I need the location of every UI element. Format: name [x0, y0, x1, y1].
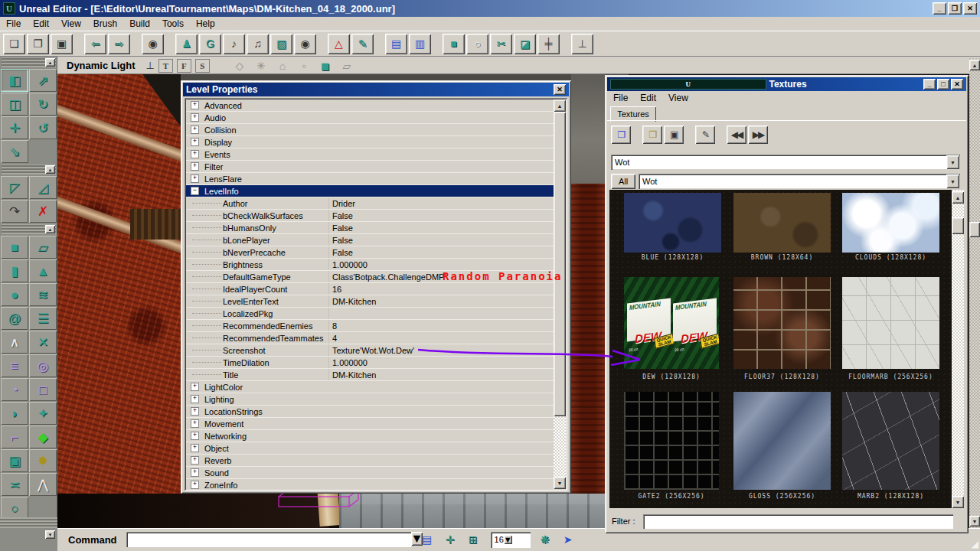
scroll-down-icon[interactable]: ▼	[969, 516, 980, 527]
menu-item[interactable]: Help	[190, 18, 221, 30]
next-group-button[interactable]: ▶▶	[748, 126, 768, 144]
property-row[interactable]: LocalizedPkg	[186, 308, 554, 320]
build-curved-stairs-button[interactable]: ≋	[29, 283, 57, 306]
property-value[interactable]: Drider	[328, 197, 554, 209]
build-sheet-button[interactable]: ▱	[29, 236, 57, 259]
actor-properties-button[interactable]: ▤	[385, 34, 407, 54]
menu-item[interactable]: Brush	[87, 18, 123, 30]
grid-size-dropdown[interactable]: 16 ▼	[491, 532, 531, 548]
textures-titlebar[interactable]: U Textures _ □ ✕	[607, 77, 966, 91]
menu-item[interactable]: Build	[123, 18, 156, 30]
expand-plus-icon[interactable]: +	[191, 481, 199, 489]
tree-category-row[interactable]: + LensFlare	[186, 173, 554, 185]
expand-plus-icon[interactable]: +	[191, 383, 199, 391]
property-row[interactable]: Brightness 1.000000	[186, 259, 554, 271]
mesh-browser-button[interactable]: ◉	[294, 34, 316, 54]
toggle-radii-button[interactable]: ✳	[253, 58, 270, 73]
expand-plus-icon[interactable]: +	[191, 138, 199, 146]
build-cylinder-button[interactable]: ▮	[1, 259, 28, 282]
build-stacked-discs-button[interactable]: ≍	[1, 473, 28, 496]
close-icon[interactable]: ✕	[554, 84, 566, 95]
build-terrain-button[interactable]: ∧	[1, 331, 28, 354]
tree-category-row[interactable]: + Object	[186, 442, 554, 455]
expand-plus-icon[interactable]: +	[191, 444, 199, 452]
property-row[interactable]: Author Drider	[186, 197, 554, 210]
scroll-thumb[interactable]	[952, 217, 964, 234]
expand-plus-icon[interactable]: +	[191, 174, 199, 183]
property-value[interactable]	[328, 308, 554, 319]
expand-plus-icon[interactable]: +	[191, 150, 199, 158]
restore-button[interactable]: ❐	[948, 2, 962, 15]
tree-category-row[interactable]: + Collision	[186, 124, 554, 136]
vertex-editing-button[interactable]: ✎	[351, 34, 374, 54]
build-cube-button[interactable]: ■	[1, 236, 28, 259]
texture-tile[interactable]	[624, 193, 721, 253]
selection-mode-button[interactable]: ➤	[558, 530, 578, 549]
tree-category-row[interactable]: + LocationStrings	[186, 406, 554, 418]
group-browser-button[interactable]: G	[199, 34, 221, 54]
toggle-sheet-button[interactable]: ▱	[338, 58, 355, 73]
texture-scrollbar[interactable]: ▲ ▼	[952, 190, 964, 508]
surface-properties-button[interactable]: ▥	[409, 34, 431, 54]
build-lighting-button[interactable]: ○	[466, 34, 488, 54]
property-value[interactable]: 1.000000	[328, 357, 554, 368]
build-stairs-button[interactable]: ☰	[29, 307, 57, 330]
scale-actor-button[interactable]: ✛	[1, 116, 28, 139]
minimize-icon[interactable]: _	[923, 79, 936, 90]
save-package-button[interactable]: ▣	[664, 126, 684, 144]
chevron-down-icon[interactable]: ▼	[946, 174, 959, 188]
build-options-button[interactable]: ╪	[537, 34, 560, 54]
previous-group-button[interactable]: ◀◀	[727, 126, 746, 144]
redo-button[interactable]: ⇨	[108, 34, 130, 54]
scroll-down-icon[interactable]: ▼	[952, 496, 964, 508]
property-value[interactable]: DM-Kitchen	[328, 369, 554, 380]
build-cone-button[interactable]: ▲	[29, 259, 57, 282]
tfs-toggle-button[interactable]: S	[195, 59, 210, 73]
menu-item[interactable]: File	[607, 92, 634, 104]
property-row[interactable]: LevelEnterText DM-Kitchen	[186, 295, 554, 308]
toggle-brush-button[interactable]: ▫	[296, 58, 312, 73]
property-value[interactable]: 4	[328, 332, 554, 344]
tree-category-row[interactable]: + Movement	[186, 418, 554, 430]
tree-category-row[interactable]: + Sound	[186, 467, 554, 479]
camera-move-button[interactable]: ◧	[1, 69, 28, 92]
scroll-down-icon[interactable]: ▼	[554, 477, 566, 489]
expand-plus-icon[interactable]: +	[191, 113, 199, 122]
texture-tile[interactable]	[842, 392, 939, 490]
expand-plus-icon[interactable]: +	[191, 432, 199, 440]
expand-plus-icon[interactable]: +	[191, 468, 199, 477]
all-groups-button[interactable]: All	[611, 174, 635, 189]
package-dropdown[interactable]: Wot ▼	[611, 155, 960, 170]
tree-category-row[interactable]: + Networking	[186, 430, 554, 442]
expand-plus-icon[interactable]: +	[191, 126, 199, 134]
main-titlebar[interactable]: U Unreal Editor - [E:\Editor\UnrealTourn…	[0, 0, 980, 17]
texture-tile[interactable]	[624, 392, 719, 490]
2d-shape-editor-button[interactable]: △	[328, 34, 350, 54]
tfs-toggle-button[interactable]: T	[158, 59, 173, 73]
property-row[interactable]: bLonePlayer False	[186, 234, 554, 246]
collapse-group-button[interactable]: ▲	[45, 58, 55, 67]
property-row[interactable]: RecommendedTeammates 4	[186, 332, 554, 344]
menu-item[interactable]: Tools	[156, 18, 190, 30]
toggle-textured-button[interactable]: ◼	[317, 58, 334, 73]
property-row[interactable]: IdealPlayerCount 16	[186, 283, 554, 295]
property-row[interactable]: Screenshot Texture'Wot.Wot.Dew'	[186, 344, 554, 357]
expand-plus-icon[interactable]: +	[191, 395, 199, 403]
rotation-grid-button[interactable]: ❋	[535, 530, 555, 549]
property-value[interactable]: Texture'Wot.Wot.Dew'	[328, 344, 554, 356]
build-linear-stairs-button[interactable]: ≡	[1, 354, 28, 377]
property-row[interactable]: bHumansOnly False	[186, 222, 554, 234]
grid-toggle-button[interactable]: ⊞	[463, 530, 483, 549]
tree-category-row[interactable]: + Events	[186, 148, 554, 161]
actor-align-button[interactable]: ✛	[440, 530, 460, 549]
expand-plus-icon[interactable]: +	[191, 456, 199, 465]
chevron-down-icon[interactable]: ▼	[504, 535, 512, 544]
chevron-down-icon[interactable]: ▼	[946, 155, 959, 169]
move-brush-button[interactable]: ◫	[1, 93, 28, 116]
filter-input[interactable]	[643, 514, 953, 529]
scroll-up-icon[interactable]: ▲	[969, 60, 980, 70]
scroll-thumb[interactable]	[554, 112, 566, 416]
build-cylinder-slice-button[interactable]: ◔	[1, 378, 28, 401]
open-map-button[interactable]: ❐	[27, 34, 49, 54]
menu-item[interactable]: File	[0, 18, 27, 30]
